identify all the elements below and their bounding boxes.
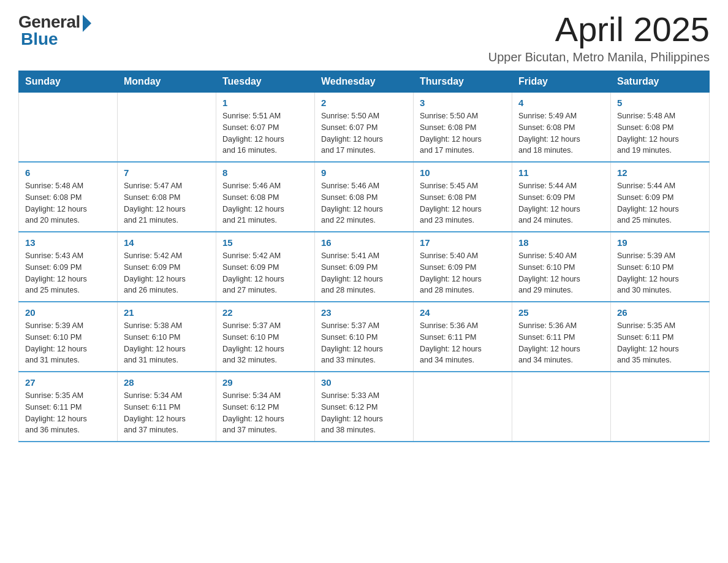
calendar-week-row: 27Sunrise: 5:35 AM Sunset: 6:11 PM Dayli… [19,372,710,442]
calendar-cell: 6Sunrise: 5:48 AM Sunset: 6:08 PM Daylig… [19,162,118,232]
day-info: Sunrise: 5:41 AM Sunset: 6:09 PM Dayligh… [321,250,407,296]
header-monday: Monday [118,71,216,93]
day-info: Sunrise: 5:35 AM Sunset: 6:11 PM Dayligh… [617,320,703,366]
calendar-cell: 5Sunrise: 5:48 AM Sunset: 6:08 PM Daylig… [611,93,710,163]
logo-blue-text: Blue [18,29,58,49]
calendar-cell [19,93,118,163]
calendar-cell: 16Sunrise: 5:41 AM Sunset: 6:09 PM Dayli… [315,232,414,302]
header-sunday: Sunday [19,71,118,93]
day-info: Sunrise: 5:39 AM Sunset: 6:10 PM Dayligh… [617,250,703,296]
day-number: 2 [321,98,407,108]
title-area: April 2025 Upper Bicutan, Metro Manila, … [488,12,710,64]
calendar-cell [118,93,216,163]
calendar-cell: 12Sunrise: 5:44 AM Sunset: 6:09 PM Dayli… [611,162,710,232]
day-number: 15 [222,237,308,248]
header-tuesday: Tuesday [216,71,315,93]
calendar-cell: 14Sunrise: 5:42 AM Sunset: 6:09 PM Dayli… [118,232,216,302]
calendar-cell: 8Sunrise: 5:46 AM Sunset: 6:08 PM Daylig… [216,162,315,232]
calendar-cell: 18Sunrise: 5:40 AM Sunset: 6:10 PM Dayli… [512,232,611,302]
calendar-table: Sunday Monday Tuesday Wednesday Thursday… [18,71,710,442]
day-info: Sunrise: 5:36 AM Sunset: 6:11 PM Dayligh… [518,320,604,366]
calendar-cell: 29Sunrise: 5:34 AM Sunset: 6:12 PM Dayli… [216,372,315,442]
day-number: 21 [124,307,210,318]
day-info: Sunrise: 5:43 AM Sunset: 6:09 PM Dayligh… [25,250,111,296]
day-info: Sunrise: 5:51 AM Sunset: 6:07 PM Dayligh… [222,110,308,156]
day-number: 24 [420,307,506,318]
day-number: 22 [222,307,308,318]
day-info: Sunrise: 5:45 AM Sunset: 6:08 PM Dayligh… [420,180,506,226]
day-info: Sunrise: 5:37 AM Sunset: 6:10 PM Dayligh… [321,320,407,366]
calendar-week-row: 13Sunrise: 5:43 AM Sunset: 6:09 PM Dayli… [19,232,710,302]
day-info: Sunrise: 5:40 AM Sunset: 6:09 PM Dayligh… [420,250,506,296]
day-number: 10 [420,167,506,178]
day-info: Sunrise: 5:42 AM Sunset: 6:09 PM Dayligh… [124,250,210,296]
day-info: Sunrise: 5:33 AM Sunset: 6:12 PM Dayligh… [321,390,407,436]
day-number: 3 [420,98,506,108]
day-number: 7 [124,167,210,178]
day-number: 28 [124,377,210,388]
calendar-cell: 7Sunrise: 5:47 AM Sunset: 6:08 PM Daylig… [118,162,216,232]
page-header: General Blue April 2025 Upper Bicutan, M… [18,12,710,64]
calendar-body: 1Sunrise: 5:51 AM Sunset: 6:07 PM Daylig… [19,93,710,442]
day-info: Sunrise: 5:44 AM Sunset: 6:09 PM Dayligh… [617,180,703,226]
calendar-cell: 19Sunrise: 5:39 AM Sunset: 6:10 PM Dayli… [611,232,710,302]
day-info: Sunrise: 5:47 AM Sunset: 6:08 PM Dayligh… [124,180,210,226]
calendar-cell: 13Sunrise: 5:43 AM Sunset: 6:09 PM Dayli… [19,232,118,302]
calendar-cell: 9Sunrise: 5:46 AM Sunset: 6:08 PM Daylig… [315,162,414,232]
calendar-cell: 28Sunrise: 5:34 AM Sunset: 6:11 PM Dayli… [118,372,216,442]
day-info: Sunrise: 5:37 AM Sunset: 6:10 PM Dayligh… [222,320,308,366]
calendar-cell: 21Sunrise: 5:38 AM Sunset: 6:10 PM Dayli… [118,302,216,372]
day-number: 13 [25,237,111,248]
day-number: 18 [518,237,604,248]
calendar-cell [611,372,710,442]
day-info: Sunrise: 5:50 AM Sunset: 6:07 PM Dayligh… [321,110,407,156]
header-thursday: Thursday [414,71,512,93]
calendar-cell: 2Sunrise: 5:50 AM Sunset: 6:07 PM Daylig… [315,93,414,163]
day-info: Sunrise: 5:48 AM Sunset: 6:08 PM Dayligh… [25,180,111,226]
calendar-cell: 17Sunrise: 5:40 AM Sunset: 6:09 PM Dayli… [414,232,512,302]
day-number: 14 [124,237,210,248]
day-number: 27 [25,377,111,388]
header-row: Sunday Monday Tuesday Wednesday Thursday… [19,71,710,93]
day-number: 9 [321,167,407,178]
day-number: 25 [518,307,604,318]
day-info: Sunrise: 5:46 AM Sunset: 6:08 PM Dayligh… [222,180,308,226]
calendar-cell: 4Sunrise: 5:49 AM Sunset: 6:08 PM Daylig… [512,93,611,163]
calendar-cell: 3Sunrise: 5:50 AM Sunset: 6:08 PM Daylig… [414,93,512,163]
header-wednesday: Wednesday [315,71,414,93]
day-number: 17 [420,237,506,248]
day-info: Sunrise: 5:38 AM Sunset: 6:10 PM Dayligh… [124,320,210,366]
day-number: 26 [617,307,703,318]
calendar-cell: 26Sunrise: 5:35 AM Sunset: 6:11 PM Dayli… [611,302,710,372]
day-number: 5 [617,98,703,108]
day-info: Sunrise: 5:48 AM Sunset: 6:08 PM Dayligh… [617,110,703,156]
day-info: Sunrise: 5:39 AM Sunset: 6:10 PM Dayligh… [25,320,111,366]
day-number: 12 [617,167,703,178]
day-info: Sunrise: 5:42 AM Sunset: 6:09 PM Dayligh… [222,250,308,296]
calendar-header: Sunday Monday Tuesday Wednesday Thursday… [19,71,710,93]
calendar-cell: 24Sunrise: 5:36 AM Sunset: 6:11 PM Dayli… [414,302,512,372]
calendar-week-row: 20Sunrise: 5:39 AM Sunset: 6:10 PM Dayli… [19,302,710,372]
day-info: Sunrise: 5:35 AM Sunset: 6:11 PM Dayligh… [25,390,111,436]
day-number: 20 [25,307,111,318]
day-number: 1 [222,98,308,108]
header-saturday: Saturday [611,71,710,93]
day-number: 4 [518,98,604,108]
calendar-cell: 20Sunrise: 5:39 AM Sunset: 6:10 PM Dayli… [19,302,118,372]
calendar-cell [512,372,611,442]
day-info: Sunrise: 5:34 AM Sunset: 6:12 PM Dayligh… [222,390,308,436]
calendar-cell: 11Sunrise: 5:44 AM Sunset: 6:09 PM Dayli… [512,162,611,232]
day-number: 6 [25,167,111,178]
day-number: 29 [222,377,308,388]
calendar-cell: 22Sunrise: 5:37 AM Sunset: 6:10 PM Dayli… [216,302,315,372]
day-number: 16 [321,237,407,248]
calendar-cell: 25Sunrise: 5:36 AM Sunset: 6:11 PM Dayli… [512,302,611,372]
day-info: Sunrise: 5:40 AM Sunset: 6:10 PM Dayligh… [518,250,604,296]
logo: General Blue [18,12,91,49]
day-number: 11 [518,167,604,178]
day-info: Sunrise: 5:34 AM Sunset: 6:11 PM Dayligh… [124,390,210,436]
calendar-cell: 10Sunrise: 5:45 AM Sunset: 6:08 PM Dayli… [414,162,512,232]
day-number: 8 [222,167,308,178]
calendar-cell: 15Sunrise: 5:42 AM Sunset: 6:09 PM Dayli… [216,232,315,302]
calendar-cell: 23Sunrise: 5:37 AM Sunset: 6:10 PM Dayli… [315,302,414,372]
